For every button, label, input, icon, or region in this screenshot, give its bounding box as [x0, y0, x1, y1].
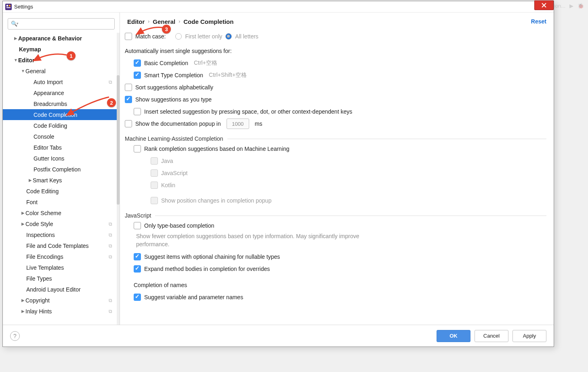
tree-item-code-editing[interactable]: Code Editing [3, 186, 120, 197]
close-icon [541, 2, 547, 8]
tree-item-editor-tabs[interactable]: Editor Tabs [3, 142, 120, 153]
basic-completion-shortcut: Ctrl+空格 [194, 59, 217, 67]
settings-content: Match case: First letter only All letter… [120, 30, 554, 325]
tree-item-console[interactable]: Console [3, 131, 120, 142]
suggest-variable-names-label: Suggest variable and parameter names [144, 294, 243, 300]
svg-rect-3 [6, 7, 10, 8]
show-doc-popup-checkbox[interactable] [125, 120, 132, 127]
expand-method-bodies-checkbox[interactable] [134, 265, 141, 273]
insert-selected-label: Insert selected suggestion by pressing s… [144, 108, 352, 115]
basic-completion-checkbox[interactable] [134, 59, 141, 67]
javascript-heading: JavaScript [125, 212, 151, 219]
svg-rect-2 [9, 5, 10, 6]
copy-settings-icon: ⧉ [109, 243, 112, 249]
tree-item-label: Breadcrumbs [34, 101, 112, 107]
tree-item-keymap[interactable]: Keymap [3, 44, 120, 55]
tree-item-label: General [25, 68, 112, 74]
tree-item-label: Color Scheme [25, 210, 112, 216]
svg-rect-0 [5, 4, 12, 10]
tree-item-appearance-behavior[interactable]: ▶Appearance & Behavior [3, 33, 120, 44]
tree-item-editor[interactable]: ▼Editor [3, 55, 120, 66]
tree-item-file-and-code-templates[interactable]: File and Code Templates⧉ [3, 240, 120, 251]
tree-item-label: Code Completion [34, 112, 112, 118]
ml-java-checkbox[interactable] [151, 157, 158, 165]
tree-arrow-icon: ▶ [21, 309, 25, 313]
sidebar-scrollbar[interactable] [117, 33, 120, 325]
tree-item-label: Editor [18, 57, 112, 63]
tree-item-label: File and Code Templates [26, 243, 109, 249]
search-dropdown-icon[interactable]: ▾ [17, 21, 19, 25]
tree-item-label: File Encodings [26, 254, 109, 260]
tree-item-live-templates[interactable]: Live Templates [3, 262, 120, 273]
tree-item-color-scheme[interactable]: ▶Color Scheme [3, 207, 120, 218]
tree-item-auto-import[interactable]: Auto Import⧉ [3, 76, 120, 87]
help-button[interactable]: ? [10, 331, 20, 341]
show-position-changes-label: Show position changes in completion popu… [161, 197, 271, 204]
tree-item-label: Gutter Icons [34, 155, 112, 162]
smart-completion-label: Smart Type Completion [144, 72, 203, 78]
tree-item-copyright[interactable]: ▶Copyright⧉ [3, 295, 120, 306]
run-icon: ▶ [569, 3, 573, 9]
settings-search-input[interactable] [8, 18, 115, 30]
suggest-optional-chaining-checkbox[interactable] [134, 253, 141, 260]
first-letter-only-radio[interactable] [175, 33, 182, 40]
only-type-based-hint: Show fewer completion suggestions based … [125, 232, 383, 248]
copy-settings-icon: ⧉ [109, 298, 112, 303]
tree-item-android-layout-editor[interactable]: Android Layout Editor [3, 284, 120, 295]
tree-item-code-folding[interactable]: Code Folding [3, 120, 120, 131]
rank-ml-label: Rank completion suggestions based on Mac… [144, 146, 290, 152]
tree-item-inlay-hints[interactable]: ▶Inlay Hints⧉ [3, 306, 120, 317]
ml-javascript-checkbox[interactable] [151, 169, 158, 177]
expand-method-bodies-label: Expand method bodies in completion for o… [144, 266, 270, 272]
tree-arrow-icon: ▼ [13, 58, 18, 62]
tree-arrow-icon: ▶ [21, 298, 25, 302]
tree-item-breadcrumbs[interactable]: Breadcrumbs [3, 98, 120, 109]
tree-item-font[interactable]: Font [3, 197, 120, 207]
show-as-you-type-checkbox[interactable] [125, 96, 132, 103]
tree-item-label: Appearance & Behavior [18, 35, 112, 42]
insert-selected-checkbox[interactable] [134, 108, 141, 115]
tree-item-inspections[interactable]: Inspections⧉ [3, 229, 120, 240]
tree-item-general[interactable]: ▼General [3, 66, 120, 76]
ok-button[interactable]: OK [437, 330, 470, 342]
match-case-checkbox[interactable] [125, 33, 132, 40]
sidebar-scroll-thumb[interactable] [117, 75, 120, 205]
breadcrumb-general[interactable]: General [153, 18, 175, 25]
tree-item-code-completion[interactable]: Code Completion [3, 109, 120, 120]
cancel-button[interactable]: Cancel [475, 330, 508, 342]
window-close-button[interactable] [534, 0, 554, 10]
tree-item-file-encodings[interactable]: File Encodings⧉ [3, 251, 120, 262]
tree-arrow-icon: ▼ [21, 69, 25, 73]
rank-ml-checkbox[interactable] [134, 145, 141, 152]
tree-arrow-icon: ▶ [28, 178, 33, 182]
ml-assisted-heading: Machine Learning-Assisted Completion [125, 135, 223, 142]
tree-item-label: Editor Tabs [34, 144, 112, 151]
smart-completion-checkbox[interactable] [134, 72, 141, 79]
tree-item-label: Android Layout Editor [26, 286, 112, 293]
tree-item-file-types[interactable]: File Types [3, 273, 120, 284]
apply-button[interactable]: Apply [512, 330, 546, 342]
ml-kotlin-checkbox[interactable] [151, 182, 158, 189]
sort-alpha-checkbox[interactable] [125, 84, 132, 91]
ml-java-label: Java [161, 158, 173, 164]
doc-popup-ms-input[interactable] [227, 118, 249, 129]
breadcrumb: Editor › General › Code Completion Reset [120, 13, 554, 30]
tree-item-label: Code Style [25, 221, 109, 227]
match-case-label: Match case: [135, 33, 166, 40]
suggest-variable-names-checkbox[interactable] [134, 294, 141, 301]
settings-tree[interactable]: ▶Appearance & BehaviorKeymap▼Editor▼Gene… [3, 33, 120, 325]
all-letters-radio[interactable] [225, 33, 232, 40]
tree-item-smart-keys[interactable]: ▶Smart Keys [3, 175, 120, 186]
only-type-based-checkbox[interactable] [134, 222, 141, 229]
tree-item-code-style[interactable]: ▶Code Style⧉ [3, 218, 120, 229]
reset-link[interactable]: Reset [531, 18, 546, 25]
tree-item-gutter-icons[interactable]: Gutter Icons [3, 153, 120, 164]
tree-item-postfix-completion[interactable]: Postfix Completion [3, 164, 120, 175]
suggest-optional-chaining-label: Suggest items with optional chaining for… [144, 254, 280, 260]
tree-arrow-icon: ▶ [21, 211, 25, 215]
breadcrumb-editor[interactable]: Editor [127, 18, 145, 25]
tree-item-label: Copyright [25, 297, 109, 304]
show-position-changes-checkbox[interactable] [151, 197, 158, 204]
tree-item-appearance[interactable]: Appearance [3, 87, 120, 98]
all-letters-label: All letters [235, 33, 258, 40]
